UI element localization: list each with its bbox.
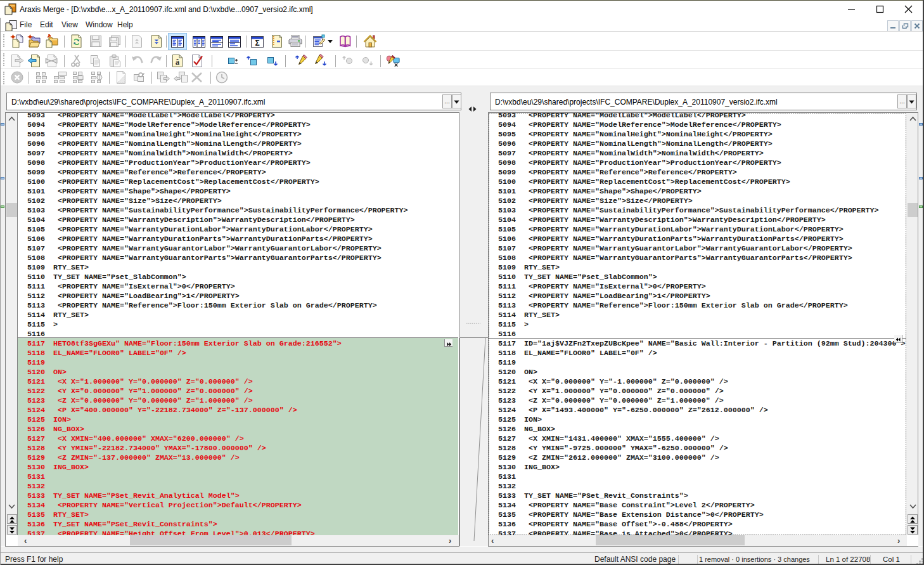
svg-text:Σ: Σ [255, 39, 259, 48]
svg-text:â: â [176, 57, 180, 67]
